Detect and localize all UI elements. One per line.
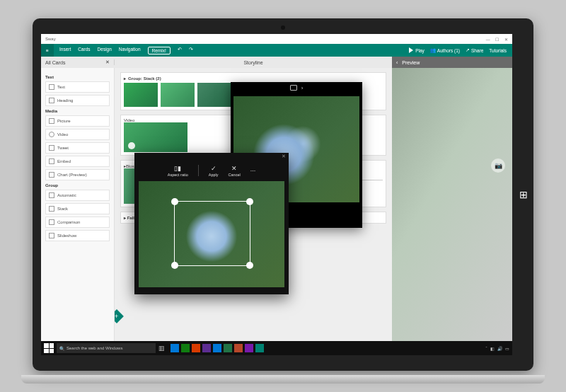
tab-navigation[interactable]: Navigation xyxy=(119,47,141,54)
sidebar-item-automatic[interactable]: Automatic xyxy=(45,190,110,201)
camera-icon xyxy=(290,85,297,91)
picture-icon xyxy=(49,118,54,124)
allcards-header[interactable]: All Cards ✕ xyxy=(41,59,115,65)
text-icon xyxy=(49,84,54,90)
taskbar-app-icon[interactable] xyxy=(171,344,179,352)
close-icon[interactable]: ✕ xyxy=(105,59,110,65)
camera-next-button[interactable]: › xyxy=(301,85,304,91)
crop-handle-bl[interactable] xyxy=(171,262,178,269)
preview-heading[interactable]: ‹ Preview xyxy=(392,57,512,68)
aspect-icon: ▯▮ xyxy=(174,165,181,172)
tray-volume-icon[interactable]: 🔊 xyxy=(497,346,502,351)
automatic-icon xyxy=(49,192,54,198)
taskbar-app-icon[interactable] xyxy=(202,344,211,352)
taskbar-app-icon[interactable] xyxy=(245,344,253,352)
sidebar-item-picture[interactable]: Picture xyxy=(45,115,110,127)
video-icon xyxy=(49,132,54,137)
group-label-media: Media xyxy=(45,109,110,113)
taskbar-app-icon[interactable] xyxy=(234,344,243,352)
taskbar-app-icon[interactable] xyxy=(224,344,232,352)
crop-handle-tr[interactable] xyxy=(246,198,253,205)
taskbar: 🔍 Search the web and Windows ▥ ˄ ◧ 🔊 ▭ xyxy=(41,341,512,355)
crop-close-button[interactable]: ✕ xyxy=(282,154,286,159)
tab-cards[interactable]: Cards xyxy=(78,47,90,54)
stack-icon xyxy=(49,206,54,212)
close-button[interactable]: ✕ xyxy=(504,38,508,42)
add-card-button[interactable]: + xyxy=(115,309,124,323)
window-controls: — ☐ ✕ xyxy=(482,37,508,42)
slideshow-icon xyxy=(49,233,54,238)
stack-thumb-1[interactable] xyxy=(124,83,158,107)
redo-button[interactable]: ↷ xyxy=(189,47,193,54)
sidebar-item-text[interactable]: Text xyxy=(45,81,110,93)
tutorials-button[interactable]: Tutorials xyxy=(489,48,507,53)
sidebar-item-slideshow[interactable]: Slideshow xyxy=(45,230,110,241)
crop-stage[interactable] xyxy=(139,181,284,287)
crop-selection[interactable] xyxy=(174,201,250,266)
play-button[interactable]: Play xyxy=(408,48,424,53)
aspect-ratio-button[interactable]: ▯▮Aspect ratio xyxy=(168,165,188,177)
hamburger-button[interactable]: ≡ xyxy=(41,44,54,57)
task-view-button[interactable]: ▥ xyxy=(158,345,165,352)
window-titlebar: Sway — ☐ ✕ xyxy=(41,34,512,44)
taskbar-app-icon[interactable] xyxy=(255,344,264,352)
minimize-button[interactable]: — xyxy=(486,38,490,42)
cards-sidebar: Text Text Heading Media Picture Video Tw… xyxy=(41,68,115,341)
apply-button[interactable]: ✓Apply xyxy=(209,165,219,177)
start-button[interactable] xyxy=(44,343,54,353)
cancel-button[interactable]: ✕Cancel xyxy=(229,165,241,177)
preview-panel: 📷 xyxy=(392,68,512,341)
more-button[interactable]: ··· xyxy=(250,167,256,174)
sidebar-item-heading[interactable]: Heading xyxy=(45,95,110,106)
stack-thumb-2[interactable] xyxy=(161,83,195,107)
sidebar-item-chart[interactable]: Chart (Preview) xyxy=(45,169,110,180)
taskbar-app-icon[interactable] xyxy=(213,344,221,352)
storyline-heading: Storyline xyxy=(115,60,392,65)
tray-chevron-icon[interactable]: ˄ xyxy=(485,346,487,351)
sidebar-item-comparison[interactable]: Comparison xyxy=(45,217,110,228)
undo-button[interactable]: ↶ xyxy=(178,47,182,54)
remix-button[interactable]: Remix! xyxy=(148,47,171,54)
comparison-icon xyxy=(49,219,54,225)
x-icon: ✕ xyxy=(231,165,237,172)
sidebar-item-video[interactable]: Video xyxy=(45,129,110,140)
video-thumbnail[interactable] xyxy=(124,122,187,152)
tweet-icon xyxy=(49,145,54,151)
screen: Sway — ☐ ✕ ≡ Insert Cards Design Navigat… xyxy=(41,34,512,355)
heading-icon xyxy=(49,98,54,103)
tab-design[interactable]: Design xyxy=(98,47,112,54)
play-icon xyxy=(409,47,413,53)
taskbar-apps xyxy=(171,344,264,352)
tray-network-icon[interactable]: ◧ xyxy=(490,346,495,351)
system-tray[interactable]: ˄ ◧ 🔊 ▭ xyxy=(485,346,509,351)
maximize-button[interactable]: ☐ xyxy=(495,38,499,42)
check-icon: ✓ xyxy=(211,165,216,172)
crop-handle-br[interactable] xyxy=(246,262,253,269)
tray-notifications-icon[interactable]: ▭ xyxy=(505,346,509,351)
chevron-left-icon: ‹ xyxy=(396,60,398,65)
tab-insert[interactable]: Insert xyxy=(59,47,71,54)
sidebar-item-stack[interactable]: Stack xyxy=(45,203,110,214)
taskbar-app-icon[interactable] xyxy=(181,344,190,352)
sidebar-item-tweet[interactable]: Tweet xyxy=(45,142,110,154)
sub-header: All Cards ✕ Storyline ‹ Preview xyxy=(41,57,512,68)
group-label-group: Group xyxy=(45,183,110,188)
more-icon: ··· xyxy=(250,167,256,174)
embed-icon xyxy=(49,158,54,164)
crop-handle-tl[interactable] xyxy=(171,198,178,205)
ribbon: ≡ Insert Cards Design Navigation Remix! … xyxy=(41,44,512,57)
taskbar-app-icon[interactable] xyxy=(192,344,200,352)
group-label-text: Text xyxy=(45,75,110,79)
window-title: Sway xyxy=(45,37,56,41)
camera-capture-button[interactable]: 📷 xyxy=(491,158,505,173)
crop-editor-window[interactable]: ✕ ▯▮Aspect ratio ✓Apply ✕Cancel ··· xyxy=(134,153,289,294)
share-button[interactable]: ↗ Share xyxy=(466,47,483,53)
taskbar-search[interactable]: 🔍 Search the web and Windows xyxy=(57,343,156,353)
sidebar-item-embed[interactable]: Embed xyxy=(45,156,110,167)
chart-icon xyxy=(49,172,54,178)
tablet-base xyxy=(21,375,545,384)
authors-button[interactable]: 👥 Authors (1) xyxy=(430,47,460,53)
tablet-frame: ⊞ Sway — ☐ ✕ ≡ Insert Cards Design Navig… xyxy=(33,18,533,371)
stack-thumb-3[interactable] xyxy=(197,83,231,107)
windows-hardware-button[interactable]: ⊞ xyxy=(519,189,528,200)
